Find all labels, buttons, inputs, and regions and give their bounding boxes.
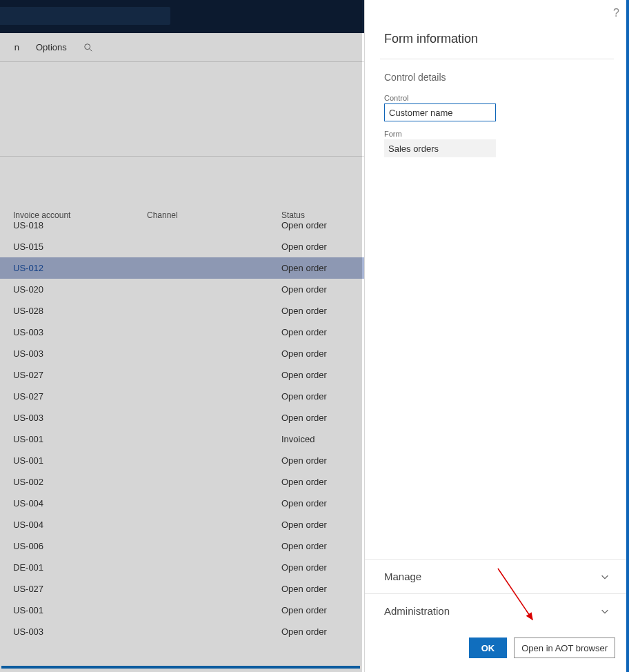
search-icon[interactable] — [83, 43, 93, 52]
cell-status: Open order — [281, 535, 327, 557]
cell-invoice-account[interactable]: US-001 — [13, 450, 43, 471]
cell-invoice-account[interactable]: US-001 — [13, 600, 43, 621]
cell-status: Open order — [281, 215, 327, 236]
cell-status: Open order — [281, 364, 327, 386]
accordion-manage-label: Manage — [384, 571, 421, 582]
section-control-details: Control details — [365, 59, 629, 90]
form-field-readonly: Sales orders — [384, 139, 496, 157]
cell-status: Open order — [281, 493, 327, 514]
cell-invoice-account[interactable]: US-004 — [13, 514, 43, 535]
cell-invoice-account[interactable]: US-003 — [13, 322, 43, 343]
cell-invoice-account[interactable]: US-003 — [13, 407, 43, 428]
cell-status: Open order — [281, 279, 327, 300]
cell-invoice-account[interactable]: US-018 — [13, 215, 43, 236]
cell-invoice-account[interactable]: US-004 — [13, 493, 43, 514]
cell-invoice-account[interactable]: US-003 — [13, 621, 43, 642]
cell-status: Open order — [281, 386, 327, 407]
control-field-label: Control — [384, 94, 610, 102]
accordion-administration-label: Administration — [384, 605, 450, 617]
cell-invoice-account[interactable]: US-001 — [13, 428, 43, 450]
chevron-down-icon — [600, 572, 610, 582]
cell-status: Open order — [281, 578, 327, 600]
cell-status: Open order — [281, 557, 327, 578]
cell-invoice-account[interactable]: US-012 — [13, 257, 43, 279]
panel-title: Form information — [365, 22, 629, 59]
command-options[interactable]: Options — [36, 42, 67, 52]
cell-status: Open order — [281, 600, 327, 621]
chevron-down-icon — [600, 606, 610, 616]
command-partial[interactable]: n — [12, 42, 19, 52]
cell-invoice-account[interactable]: US-027 — [13, 364, 43, 386]
cell-invoice-account[interactable]: US-015 — [13, 236, 43, 257]
accordion-manage[interactable]: Manage — [365, 559, 629, 593]
cell-invoice-account[interactable]: US-020 — [13, 279, 43, 300]
cell-invoice-account[interactable]: DE-001 — [13, 557, 43, 578]
cell-status: Invoiced — [281, 428, 314, 450]
panel-footer: OK Open in AOT browser — [365, 628, 629, 672]
cell-status: Open order — [281, 514, 327, 535]
form-information-panel: ? Form information Control details Contr… — [364, 0, 629, 672]
open-in-aot-browser-button[interactable]: Open in AOT browser — [514, 638, 615, 658]
cell-invoice-account[interactable]: US-006 — [13, 535, 43, 557]
control-field-input[interactable] — [384, 103, 496, 121]
cell-invoice-account[interactable]: US-003 — [13, 343, 43, 364]
cell-status: Open order — [281, 257, 327, 279]
cell-invoice-account[interactable]: US-027 — [13, 578, 43, 600]
cell-status: Open order — [281, 450, 327, 471]
svg-line-1 — [90, 48, 92, 51]
cell-status: Open order — [281, 343, 327, 364]
cell-status: Open order — [281, 300, 327, 322]
accordion-administration[interactable]: Administration — [365, 593, 629, 628]
cell-status: Open order — [281, 322, 327, 343]
cell-invoice-account[interactable]: US-027 — [13, 386, 43, 407]
form-field-label: Form — [384, 130, 610, 138]
panel-right-edge — [626, 0, 629, 672]
cell-invoice-account[interactable]: US-002 — [13, 471, 43, 493]
ok-button[interactable]: OK — [469, 638, 508, 658]
cell-invoice-account[interactable]: US-028 — [13, 300, 43, 322]
help-icon[interactable]: ? — [610, 4, 622, 22]
cell-status: Open order — [281, 407, 327, 428]
cell-status: Open order — [281, 236, 327, 257]
horizontal-scrollbar[interactable] — [1, 666, 360, 669]
global-search-box[interactable] — [0, 7, 170, 25]
cell-status: Open order — [281, 471, 327, 493]
svg-point-0 — [85, 43, 90, 49]
cell-status: Open order — [281, 621, 327, 642]
